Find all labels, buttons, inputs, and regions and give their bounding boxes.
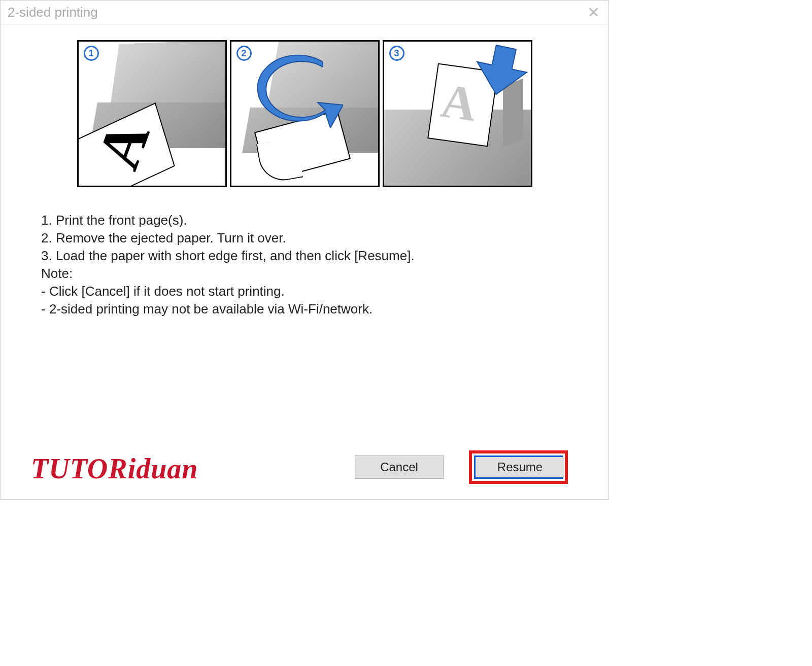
instruction-note-1: - Click [Cancel] if it does not start pr… [41, 283, 573, 300]
insert-arrow-icon [473, 44, 529, 100]
dialog-title: 2-sided printing [8, 5, 98, 20]
close-icon[interactable]: ✕ [583, 5, 603, 20]
illustration-step-1: 1 A [77, 40, 227, 187]
instruction-line-2: 2. Remove the ejected paper. Turn it ove… [41, 229, 573, 247]
dialog-content: 1 A 2 [1, 25, 608, 319]
step-3-number-icon: 3 [389, 46, 404, 61]
step-2-number-icon: 2 [236, 46, 252, 61]
instruction-note-2: - 2-sided printing may not be available … [41, 300, 573, 318]
titlebar: 2-sided printing ✕ [1, 1, 608, 25]
flip-arrow-icon [247, 52, 343, 128]
instruction-line-1: 1. Print the front page(s). [41, 212, 573, 229]
instruction-line-3: 3. Load the paper with short edge first,… [41, 247, 573, 265]
illustration-row: 1 A 2 [36, 40, 573, 187]
illustration-step-3: 3 A [383, 40, 532, 187]
dialog-footer: Cancel Resume [1, 450, 608, 484]
instruction-note-label: Note: [41, 265, 573, 283]
step-1-number-icon: 1 [84, 46, 99, 61]
resume-button-highlight: Resume [469, 450, 568, 484]
cancel-button[interactable]: Cancel [355, 455, 444, 479]
illustration-step-2: 2 [230, 40, 380, 187]
instructions-block: 1. Print the front page(s). 2. Remove th… [36, 212, 573, 319]
resume-button[interactable]: Resume [476, 457, 564, 477]
dialog-2-sided-printing: 2-sided printing ✕ 1 A 2 [0, 0, 609, 500]
